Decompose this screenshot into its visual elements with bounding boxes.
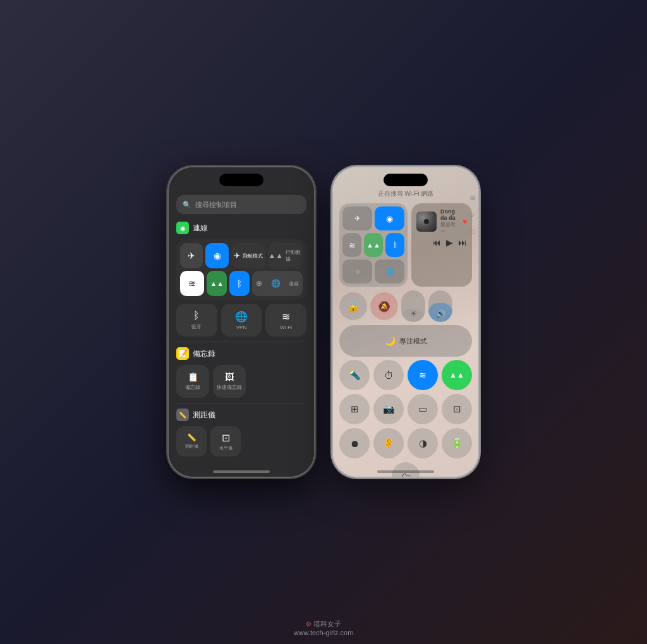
volume-icon: 🔊 [436,309,445,318]
bottom-row: 🗂 [339,462,472,477]
dynamic-island-left [219,174,263,186]
airplane-btn[interactable]: ✈ [180,243,203,268]
hotspot-right-btn[interactable]: ◉ [375,206,404,230]
wifi-right-btn[interactable]: ≋ [342,233,361,257]
dynamic-island-right [384,174,428,186]
cellular-grid-icon: ▲▲ [449,371,464,379]
home-indicator-left [213,470,270,473]
conn-top-right: ✈ ◉ [342,206,404,230]
wifi-sidebar-icon: ≋ [469,194,476,203]
signal-btn[interactable]: ▲▲ [207,271,227,296]
measure-items: 📏 測距儀 ⊡ 水平儀 [176,426,306,456]
wifi-btn[interactable]: ≋ Wi-Fi [265,304,306,337]
note-btn[interactable]: 📋 備忘錄 [176,365,209,398]
camera-btn[interactable]: 📷 [373,394,404,424]
darkmode-icon: ◑ [419,438,427,449]
airplane-icon: ✈ [188,251,195,261]
conn-extra-row: ⊕ 🌐 [342,259,404,283]
wallet-btn[interactable]: 🗂 [392,462,420,477]
conn-bottom-row: ≋ ▲▲ ᛒ ⊕ 🌐 連 [180,271,303,296]
hearing-btn[interactable]: 👂 [373,428,404,458]
quick-note-label: 快速備忘錄 [217,384,242,391]
globe2-btn[interactable]: 🌐 [375,259,404,283]
play-btn[interactable]: ▶ [446,237,453,247]
wifi-ind-label: Wi-Fi [280,325,292,330]
music-widget: Dong da da 愛是唯一 ♥ ⏮ ▶ ⏭ [411,203,472,287]
record-icon: ⏺ [350,438,360,449]
notes-title: 📝 備忘錄 [176,347,306,360]
notes-items: 📋 備忘錄 🖼 快速備忘錄 [176,365,306,398]
prev-btn[interactable]: ⏮ [432,237,441,247]
notes-icon: 📝 [176,347,189,360]
battery-icon: 🔋 [451,438,463,449]
search-input[interactable]: 搜尋控制項目 [195,200,237,210]
focus-btn[interactable]: 🌙 專注模式 [339,325,472,357]
link-btn[interactable]: ⊕ 🌐 連線 [252,271,303,296]
middle-row-1: 🔒 🔕 ☀ 🔊 [339,290,472,322]
hotspot-icon: ◉ [214,251,221,261]
signal-right-btn[interactable]: ▲▲ [364,233,383,257]
calculator-btn[interactable]: ⊞ [339,394,370,424]
bluetooth-main-btn[interactable]: ᛒ [229,271,250,296]
airplane-right-btn[interactable]: ✈ [342,206,372,230]
wifi-icon: ≋ [188,278,196,289]
music-sidebar-icon: ♪ [471,210,475,219]
hotspot-btn[interactable]: ◉ [205,243,228,268]
wifi-main-btn[interactable]: ≋ [180,271,204,296]
flashlight-btn[interactable]: 🔦 [339,360,370,390]
level-btn[interactable]: ⊡ 水平儀 [210,426,241,456]
cellular-grid-btn[interactable]: ▲▲ [442,360,472,390]
phones-container: 🔍 搜尋控制項目 ◉ 連線 ✈ [169,167,478,477]
connectivity-section: ◉ 連線 ✈ ◉ [176,222,306,337]
quick-note-btn[interactable]: 🖼 快速備忘錄 [213,365,246,398]
qr-icon: ⊡ [453,403,461,415]
notes-label: 備忘錄 [193,349,215,359]
lock-btn[interactable]: 🔒 [339,292,367,320]
timer-btn[interactable]: ⏱ [373,360,404,390]
bluetooth-right-btn[interactable]: ᛒ [385,233,404,257]
vpn-icon: 🌐 [235,311,248,323]
calculator-icon: ⊞ [351,403,359,415]
measure-label: 測距儀 [193,410,215,420]
measure-section: 📏 測距儀 📏 測距儀 ⊡ 水平儀 [176,408,306,456]
link2-btn[interactable]: ⊕ [342,259,372,283]
wifi-grid-btn[interactable]: ≋ [408,360,438,390]
notes-section: 📝 備忘錄 📋 備忘錄 🖼 快速備忘錄 [176,347,306,398]
record-btn[interactable]: ⏺ [339,428,370,458]
screen-mirror-btn[interactable]: ▭ [408,394,438,424]
darkmode-btn[interactable]: ◑ [408,428,438,458]
bluetooth-right-icon: ᛒ [393,241,397,249]
music-artist: 愛是唯一 [440,221,459,235]
next-btn[interactable]: ⏭ [458,237,467,247]
music-controls: ⏮ ▶ ⏭ [416,237,467,247]
ruler-btn[interactable]: 📏 測距儀 [176,426,207,456]
qr-btn[interactable]: ⊡ [442,394,472,424]
cellular-btn[interactable]: ▲▲ 行動數據 [268,243,303,268]
music-heart-icon[interactable]: ♥ [463,217,467,226]
vpn-btn[interactable]: 🌐 VPN [221,304,262,337]
volume-slider[interactable]: 🔊 [428,290,452,322]
wifi-ind-icon: ≋ [282,311,290,323]
signal-icon: ▲▲ [210,280,224,287]
search-bar[interactable]: 🔍 搜尋控制項目 [176,195,306,214]
vpn-label: VPN [236,325,246,330]
airplane2-btn[interactable]: ✈ 飛航模式 [231,243,266,268]
hotspot-right-icon: ◉ [386,214,393,224]
bluetooth-ind-icon: ᛒ [193,310,200,321]
right-phone: ≋ ♪ ⌂ 正在搜尋 Wi-Fi 網路 ✈ ◉ [333,167,478,477]
quick-note-icon: 🖼 [225,372,234,382]
bluetooth-btn[interactable]: ᛒ 藍牙 [176,304,217,337]
connectivity-icon: ◉ [176,222,189,234]
airplane-label: 飛航模式 [243,253,263,259]
battery-btn[interactable]: 🔋 [442,428,472,458]
ind-controls: ᛒ 藍牙 🌐 VPN ≋ Wi-Fi [176,304,306,337]
music-title: Dong da da [440,208,459,221]
link2-icon: ⊕ [355,268,360,275]
divider-1 [176,342,306,342]
measure-title: 📏 測距儀 [176,408,306,421]
screen-mirror-icon: ▭ [418,403,427,415]
bell-btn[interactable]: 🔕 [370,292,398,320]
right-sidebar: ≋ ♪ ⌂ [469,194,476,236]
watermark-url: www.tech-girlz.com [294,629,354,636]
brightness-slider[interactable]: ☀ [401,290,425,322]
